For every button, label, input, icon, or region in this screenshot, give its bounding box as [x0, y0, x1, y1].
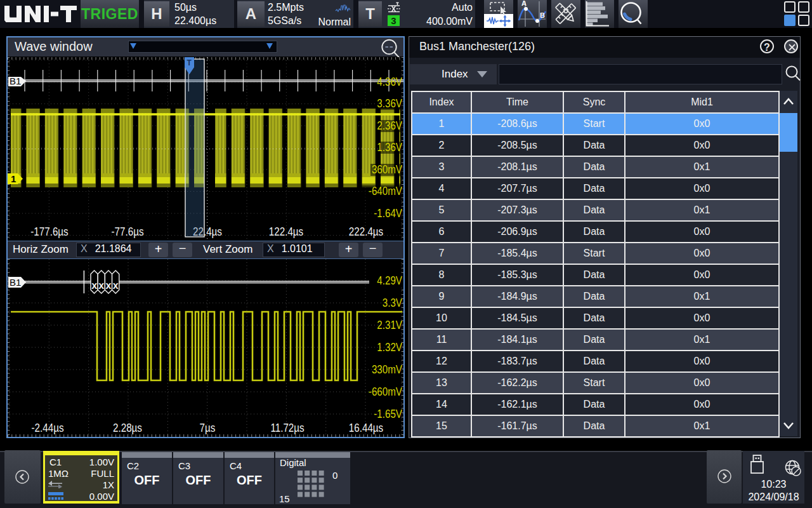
svg-text:-660mV: -660mV — [369, 384, 403, 398]
svg-text:-177.6µs: -177.6µs — [30, 224, 68, 238]
svg-text:3.36V: 3.36V — [377, 96, 402, 110]
svg-text:16.44µs: 16.44µs — [349, 420, 383, 434]
svg-text:T: T — [187, 58, 192, 67]
svg-text:2.28µs: 2.28µs — [113, 420, 142, 434]
svg-text:330mV: 330mV — [372, 362, 403, 376]
svg-text:4.29V: 4.29V — [377, 273, 402, 287]
svg-text:x: x — [113, 280, 119, 291]
svg-text:x: x — [91, 280, 97, 291]
svg-text:B1: B1 — [10, 277, 21, 288]
svg-text:B: B — [540, 11, 545, 19]
svg-text:x: x — [106, 280, 112, 291]
svg-text:7µs: 7µs — [200, 420, 216, 434]
svg-text:-77.6µs: -77.6µs — [112, 224, 144, 238]
svg-text:1.36V: 1.36V — [377, 140, 402, 154]
svg-text:2.31V: 2.31V — [377, 318, 402, 331]
svg-text:3.3V: 3.3V — [383, 295, 403, 309]
svg-text:B1: B1 — [10, 76, 21, 86]
svg-text:-2.44µs: -2.44µs — [32, 420, 64, 434]
svg-text:122.4µs: 122.4µs — [269, 224, 303, 238]
svg-text:x: x — [98, 280, 104, 291]
svg-text:1.32V: 1.32V — [377, 340, 402, 354]
svg-text:1: 1 — [11, 173, 16, 184]
svg-text:11.72µs: 11.72µs — [270, 420, 304, 434]
svg-text:360mV: 360mV — [372, 162, 403, 176]
svg-text:-1.65V: -1.65V — [374, 406, 402, 420]
svg-text:222.4µs: 222.4µs — [349, 224, 383, 238]
svg-text:2.36V: 2.36V — [377, 118, 402, 132]
svg-text:A: A — [521, 0, 527, 7]
svg-text:4.36V: 4.36V — [377, 74, 402, 88]
svg-text:-640mV: -640mV — [369, 184, 403, 197]
svg-text:-1.64V: -1.64V — [374, 206, 402, 220]
